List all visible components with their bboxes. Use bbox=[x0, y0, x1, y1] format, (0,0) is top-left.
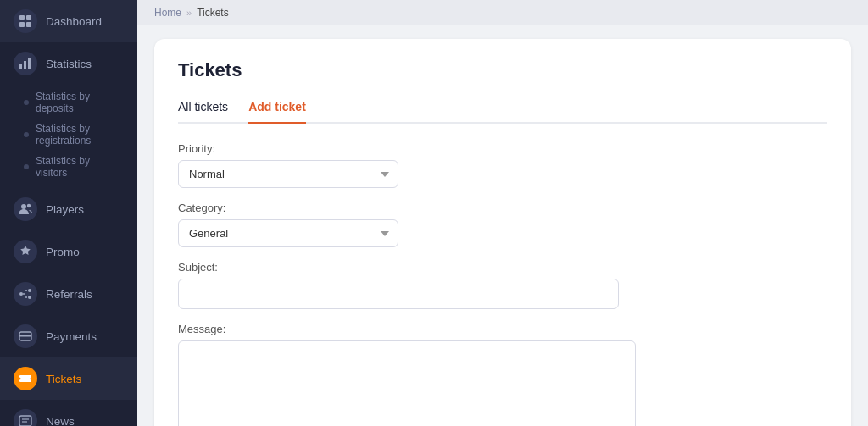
sidebar-item-label: Players bbox=[46, 203, 84, 216]
category-group: Category: General Technical Financial bbox=[178, 202, 827, 247]
referrals-icon bbox=[14, 282, 37, 306]
priority-label: Priority: bbox=[178, 142, 827, 155]
svg-point-8 bbox=[27, 204, 31, 207]
sidebar-item-payments[interactable]: Payments bbox=[0, 315, 137, 357]
sidebar-item-promo[interactable]: Promo bbox=[0, 230, 137, 273]
sidebar-item-referrals[interactable]: Referrals bbox=[0, 273, 137, 315]
submenu-item-registrations[interactable]: Statistics by registrations bbox=[17, 119, 137, 151]
svg-point-10 bbox=[28, 289, 31, 292]
sidebar-item-tickets[interactable]: Tickets bbox=[0, 357, 137, 400]
dot-icon bbox=[24, 164, 29, 169]
svg-rect-13 bbox=[19, 335, 31, 337]
breadcrumb-separator: » bbox=[186, 8, 192, 18]
submenu-label: Statistics by deposits bbox=[36, 91, 124, 114]
statistics-submenu: Statistics by deposits Statistics by reg… bbox=[0, 85, 137, 188]
subject-input[interactable] bbox=[178, 279, 619, 309]
message-label: Message: bbox=[178, 323, 827, 335]
sidebar-item-label: News bbox=[46, 415, 75, 427]
svg-point-11 bbox=[28, 296, 31, 299]
svg-rect-0 bbox=[19, 15, 25, 20]
dashboard-icon bbox=[14, 9, 37, 33]
svg-rect-4 bbox=[19, 64, 22, 69]
sidebar-item-players[interactable]: Players bbox=[0, 188, 137, 230]
submenu-item-deposits[interactable]: Statistics by deposits bbox=[17, 86, 137, 119]
sidebar-item-statistics[interactable]: Statistics bbox=[0, 42, 137, 85]
players-icon bbox=[14, 197, 37, 221]
breadcrumb-current: Tickets bbox=[197, 7, 229, 19]
priority-group: Priority: Normal High Low bbox=[178, 142, 827, 188]
tab-all-tickets[interactable]: All tickets bbox=[178, 95, 228, 124]
dot-icon bbox=[24, 100, 29, 105]
tickets-card: Tickets All tickets Add ticket Priority:… bbox=[154, 39, 851, 426]
main-content: Home » Tickets Tickets All tickets Add t… bbox=[137, 0, 868, 426]
statistics-icon bbox=[14, 52, 37, 75]
sidebar-item-label: Dashboard bbox=[46, 15, 102, 28]
news-icon bbox=[14, 409, 37, 426]
sidebar-item-label: Promo bbox=[46, 246, 80, 258]
subject-group: Subject: bbox=[178, 261, 827, 309]
payments-icon bbox=[14, 324, 37, 348]
message-textarea[interactable] bbox=[178, 340, 636, 426]
submenu-label: Statistics by registrations bbox=[36, 123, 124, 147]
sidebar-item-label: Payments bbox=[46, 330, 97, 343]
promo-icon bbox=[14, 240, 37, 263]
tab-add-ticket[interactable]: Add ticket bbox=[248, 95, 306, 124]
sidebar-item-label: Referrals bbox=[46, 288, 92, 301]
breadcrumb: Home » Tickets bbox=[137, 0, 868, 25]
category-select[interactable]: General Technical Financial bbox=[178, 219, 398, 247]
page-title: Tickets bbox=[178, 59, 827, 81]
tabs: All tickets Add ticket bbox=[178, 95, 827, 124]
submenu-label: Statistics by visitors bbox=[36, 155, 124, 179]
sidebar-item-label: Tickets bbox=[46, 373, 81, 385]
svg-point-9 bbox=[19, 292, 23, 296]
sidebar-item-dashboard[interactable]: Dashboard bbox=[0, 0, 137, 42]
svg-rect-3 bbox=[26, 22, 31, 27]
svg-rect-6 bbox=[28, 58, 31, 69]
sidebar: Dashboard Statistics Statistics by depos… bbox=[0, 0, 137, 426]
svg-rect-5 bbox=[24, 61, 26, 69]
submenu-item-visitors[interactable]: Statistics by visitors bbox=[17, 151, 137, 183]
dot-icon bbox=[24, 132, 29, 137]
priority-select[interactable]: Normal High Low bbox=[178, 160, 398, 188]
subject-label: Subject: bbox=[178, 261, 827, 274]
content-area: Tickets All tickets Add ticket Priority:… bbox=[137, 25, 868, 426]
sidebar-item-news[interactable]: News bbox=[0, 400, 137, 426]
svg-rect-1 bbox=[26, 15, 31, 20]
svg-rect-14 bbox=[19, 416, 31, 426]
message-group: Message: bbox=[178, 323, 827, 426]
svg-point-7 bbox=[21, 204, 26, 209]
tickets-icon bbox=[14, 367, 37, 390]
svg-rect-2 bbox=[19, 22, 25, 27]
sidebar-item-label: Statistics bbox=[46, 58, 92, 70]
category-label: Category: bbox=[178, 202, 827, 214]
breadcrumb-home[interactable]: Home bbox=[154, 7, 181, 19]
